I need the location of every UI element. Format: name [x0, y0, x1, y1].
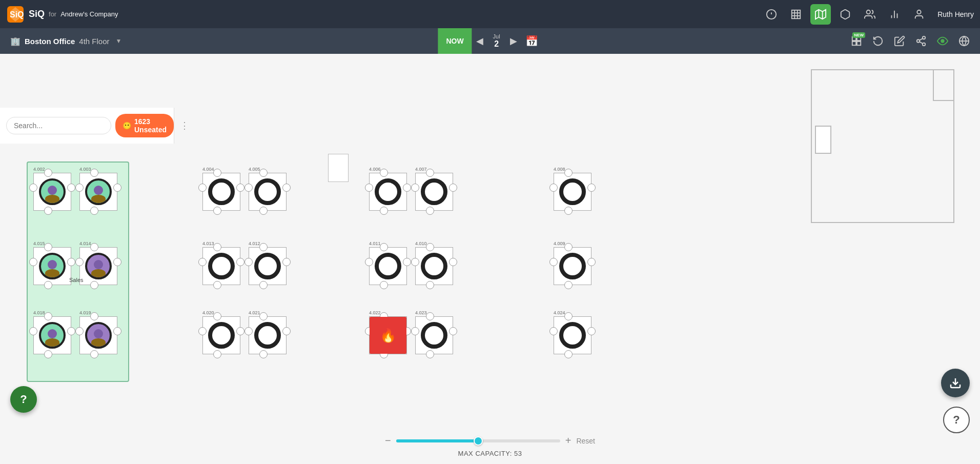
svg-point-24 [917, 39, 920, 43]
floor-canvas[interactable]: Sales 4.002 4.003 [0, 54, 980, 464]
logo-label: SiQ [29, 9, 45, 19]
chevron-down-icon: ▼ [116, 37, 122, 45]
capacity-slider-row: − + Reset [385, 435, 595, 447]
desk-4023[interactable]: 4.023 [415, 310, 453, 354]
desk-4004[interactable]: 4.004 [202, 167, 240, 211]
prev-date-btn[interactable]: ◀ [472, 33, 487, 49]
desk-4010[interactable]: 4.010 [415, 241, 453, 285]
desk-4014[interactable]: 4.014 [79, 241, 117, 285]
desk-4022[interactable]: 4.022 🔥 [369, 310, 407, 354]
desk-4019[interactable]: 4.019 [79, 310, 117, 354]
globe-btn[interactable] [954, 31, 974, 51]
share-btn[interactable] [911, 31, 931, 51]
svg-point-25 [923, 43, 926, 46]
siq-logo: SiQ [6, 5, 25, 24]
svg-rect-22 [857, 42, 861, 45]
sidebar-panel: 😶 1623 Unseated ⋮ [0, 108, 174, 144]
svg-line-27 [920, 38, 923, 41]
help2-fab-btn[interactable]: ? [943, 407, 970, 433]
desk-4018[interactable]: 4.018 [33, 310, 71, 354]
sales-label: Sales [69, 277, 84, 283]
desk-4009[interactable]: 4.009 [554, 241, 591, 285]
reset-btn[interactable]: Reset [576, 437, 595, 445]
svg-line-26 [920, 42, 923, 44]
floor-plan: Sales 4.002 4.003 [0, 54, 980, 464]
unseated-face-icon: 😶 [122, 122, 131, 130]
svg-point-23 [923, 36, 926, 39]
desk-4013[interactable]: 4.013 [202, 241, 240, 285]
svg-rect-6 [792, 10, 801, 18]
month-label: Jul [493, 33, 500, 39]
svg-rect-21 [852, 42, 856, 45]
desk-4005[interactable]: 4.005 [249, 167, 287, 211]
next-date-btn[interactable]: ▶ [506, 33, 521, 49]
svg-marker-11 [815, 9, 826, 18]
help-fab-btn[interactable]: ? [10, 386, 37, 413]
desk-4003[interactable]: 4.003 [79, 167, 117, 211]
floor-name: 4th Floor [79, 37, 109, 46]
people-nav-btn[interactable] [860, 4, 880, 25]
floor-notch [933, 70, 953, 101]
search-row: 😶 1623 Unseated ⋮ [6, 114, 168, 137]
user-name: Ruth Henry [937, 10, 974, 18]
small-room [328, 154, 349, 182]
second-nav: 🏢 Boston Office 4th Floor ▼ NOW ◀ Jul 2 … [0, 28, 980, 54]
slider-plus-btn[interactable]: + [565, 435, 571, 447]
download-fab-btn[interactable] [941, 369, 970, 397]
unseated-count: 1623 Unseated [134, 117, 167, 134]
desk-4006[interactable]: 4.006 [369, 167, 407, 211]
desk-4021[interactable]: 4.021 [249, 310, 287, 354]
floor-outline [811, 69, 954, 223]
capacity-slider[interactable] [396, 439, 560, 442]
desk-4008[interactable]: 4.008 [554, 167, 591, 211]
alert-nav-btn[interactable] [761, 4, 782, 25]
map-nav-btn[interactable] [810, 4, 831, 25]
max-capacity-label: MAX CAPACITY: 53 [458, 450, 522, 457]
rotate-btn[interactable] [868, 31, 888, 51]
desk-4007[interactable]: 4.007 [415, 167, 453, 211]
svg-point-28 [941, 39, 944, 43]
building-name: Boston Office [25, 37, 75, 46]
new-badge: NEW [852, 32, 865, 38]
fire-marker: 🔥 [370, 317, 406, 354]
desk-4024[interactable]: 4.024 [554, 310, 591, 354]
for-label: for [49, 10, 56, 18]
nav2-right: NEW [847, 31, 974, 51]
slider-thumb[interactable] [474, 436, 483, 446]
help-icon: ? [20, 393, 27, 406]
desk-4011[interactable]: 4.011 [369, 241, 407, 285]
logo-area: SiQ SiQ for Andrew's Company [6, 5, 118, 24]
day-label: 2 [494, 39, 499, 49]
svg-point-14 [867, 10, 870, 13]
unseated-badge[interactable]: 😶 1623 Unseated [115, 114, 174, 137]
building-selector[interactable]: 🏢 Boston Office 4th Floor ▼ [6, 34, 126, 48]
user-avatar-btn[interactable] [909, 4, 929, 25]
more-options-btn[interactable]: ⋮ [178, 118, 191, 133]
desk-4020[interactable]: 4.020 [202, 310, 240, 354]
svg-point-18 [917, 10, 921, 13]
edit-btn[interactable] [890, 31, 909, 51]
desk-4015[interactable]: 4.015 [33, 241, 71, 285]
calendar-icon[interactable]: 📅 [521, 33, 542, 49]
company-label: Andrew's Company [60, 10, 118, 18]
top-nav: SiQ SiQ for Andrew's Company Ruth Henry [0, 0, 980, 28]
chart-nav-btn[interactable] [884, 4, 905, 25]
desk-4012[interactable]: 4.012 [249, 241, 287, 285]
building-nav-btn[interactable] [786, 4, 806, 25]
slider-minus-btn[interactable]: − [385, 435, 391, 447]
floor-plan-btn[interactable]: NEW [847, 31, 866, 51]
bottom-bar: − + Reset MAX CAPACITY: 53 [0, 428, 980, 464]
desk-4002[interactable]: 4.002 [33, 167, 71, 211]
room-box [815, 126, 831, 154]
search-input[interactable] [6, 117, 111, 134]
eye-btn[interactable] [933, 31, 952, 51]
svg-text:SiQ: SiQ [10, 10, 24, 19]
box-nav-btn[interactable] [835, 4, 855, 25]
now-button[interactable]: NOW [438, 28, 472, 54]
help2-icon: ? [953, 413, 959, 427]
building-icon: 🏢 [10, 36, 21, 46]
slider-fill [396, 439, 478, 442]
